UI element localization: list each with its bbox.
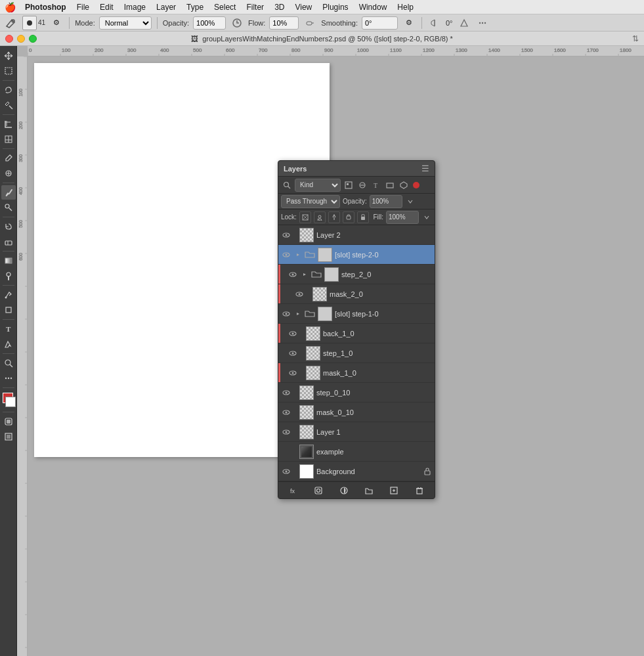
brush-tool[interactable] <box>1 185 16 200</box>
zoom-tool[interactable] <box>1 356 16 370</box>
opacity-input[interactable] <box>193 16 226 30</box>
opacity-value-input[interactable] <box>370 195 402 208</box>
extra-options-icon[interactable] <box>475 16 490 30</box>
layer-row-example[interactable]: example <box>278 442 435 462</box>
layers-panel-menu-icon[interactable]: ☰ <box>421 164 429 173</box>
menu-file[interactable]: File <box>72 0 95 14</box>
maximize-button[interactable] <box>29 35 37 43</box>
lock-artboards[interactable] <box>343 211 354 223</box>
mode-select[interactable]: Normal <box>99 16 152 30</box>
quick-mask-icon[interactable] <box>1 414 16 429</box>
foreground-background-colors[interactable] <box>1 393 16 407</box>
menu-select[interactable]: Select <box>209 0 241 14</box>
layer-row-mask_1_0[interactable]: mask_1_0 <box>278 363 435 383</box>
layer-expand-slot-step-1-0[interactable] <box>294 310 302 318</box>
clone-stamp-tool[interactable] <box>1 200 16 215</box>
eraser-tool[interactable] <box>1 234 16 249</box>
menu-window[interactable]: Window <box>354 0 393 14</box>
layer-row-background[interactable]: Background <box>278 462 435 481</box>
layer-row-layer1[interactable]: Layer 1 <box>278 422 435 442</box>
lock-all[interactable] <box>357 211 369 223</box>
shape-tool[interactable] <box>1 303 16 317</box>
collapse-button[interactable]: ⇅ <box>632 34 639 43</box>
airbrush-icon[interactable] <box>303 16 317 30</box>
smoothing-input[interactable] <box>362 16 398 30</box>
layer-visibility-mask_1_0[interactable] <box>288 368 298 378</box>
eyedropper-tool[interactable] <box>1 151 16 165</box>
create-adjustment-button[interactable] <box>337 484 351 497</box>
add-fx-button[interactable]: fx <box>287 484 300 497</box>
fill-arrow[interactable] <box>421 212 432 223</box>
apple-menu[interactable]: 🍎 <box>0 2 20 12</box>
layer-row-step_1_0[interactable]: step_1_0 <box>278 343 435 363</box>
filter-type-icon[interactable]: T <box>370 179 382 191</box>
layer-visibility-back_1_0[interactable] <box>288 328 298 339</box>
flow-input[interactable] <box>269 16 299 30</box>
layer-row-back_1_0[interactable]: back_1_0 <box>278 324 435 343</box>
layer-visibility-layer2[interactable] <box>281 230 291 240</box>
layer-visibility-step_1_0[interactable] <box>288 348 298 359</box>
opacity-arrow[interactable] <box>405 196 416 207</box>
close-button[interactable] <box>5 35 13 43</box>
more-tools[interactable] <box>1 371 16 385</box>
fill-value-input[interactable] <box>386 211 419 224</box>
layer-visibility-background[interactable] <box>281 466 291 477</box>
brush-size-preview[interactable] <box>22 16 37 30</box>
layer-visibility-mask_0_10[interactable] <box>281 407 291 418</box>
layer-row-mask_0_10[interactable]: mask_0_10 <box>278 403 435 422</box>
menu-3d[interactable]: 3D <box>269 0 290 14</box>
menu-filter[interactable]: Filter <box>241 0 269 14</box>
lock-position[interactable] <box>328 211 340 223</box>
gradient-tool[interactable] <box>1 253 16 268</box>
symmetry-icon[interactable] <box>427 16 442 30</box>
filter-shape-icon[interactable] <box>384 179 396 191</box>
layer-visibility-step_2_0[interactable] <box>288 269 298 280</box>
minimize-button[interactable] <box>17 35 25 43</box>
history-brush-tool[interactable] <box>1 219 16 234</box>
layer-visibility-mask_2_0[interactable] <box>294 289 305 299</box>
menu-plugins[interactable]: Plugins <box>317 0 353 14</box>
brush-settings-icon[interactable]: ⚙ <box>49 16 64 30</box>
layer-row-layer2[interactable]: Layer 2 <box>278 225 435 245</box>
lasso-tool[interactable] <box>1 83 16 97</box>
rectangular-marquee-tool[interactable] <box>1 64 16 78</box>
menu-view[interactable]: View <box>290 0 317 14</box>
filter-kind-select[interactable]: Kind <box>295 179 341 192</box>
layer-visibility-example[interactable] <box>281 447 291 457</box>
path-select-tool[interactable] <box>1 337 16 351</box>
layer-visibility-step_0_10[interactable] <box>281 387 291 398</box>
lock-image-pixels[interactable] <box>314 211 326 223</box>
layer-row-mask_2_0[interactable]: mask_2_0 <box>278 284 435 304</box>
pressure-icon[interactable] <box>457 16 471 30</box>
blend-mode-select[interactable]: Pass Through Normal Multiply <box>281 195 340 208</box>
create-new-layer-button[interactable] <box>387 484 400 497</box>
layer-row-slot-step-1-0[interactable]: [slot] step-1-0 <box>278 304 435 324</box>
layer-row-step_2_0[interactable]: step_2_0 <box>278 265 435 284</box>
filter-smart-object-icon[interactable] <box>398 179 410 191</box>
brush-tool-icon[interactable] <box>4 16 18 30</box>
layer-row-step_0_10[interactable]: step_0_10 <box>278 383 435 403</box>
dodge-tool[interactable] <box>1 269 16 283</box>
magic-wand-tool[interactable] <box>1 98 16 112</box>
layer-expand-slot-step-2-0[interactable] <box>294 251 302 259</box>
menu-edit[interactable]: Edit <box>95 0 119 14</box>
lock-transparent-pixels[interactable] <box>299 211 311 223</box>
opacity-pressure-icon[interactable] <box>230 16 244 30</box>
layer-visibility-layer1[interactable] <box>281 427 291 437</box>
pen-tool[interactable] <box>1 288 16 302</box>
menu-layer[interactable]: Layer <box>151 0 181 14</box>
delete-layer-button[interactable] <box>413 484 426 497</box>
slice-tool[interactable] <box>1 132 16 146</box>
menu-image[interactable]: Image <box>119 0 151 14</box>
menu-help[interactable]: Help <box>392 0 419 14</box>
filter-adjustment-icon[interactable] <box>356 179 368 191</box>
layer-row-slot-step-2-0[interactable]: [slot] step-2-0 <box>278 245 435 265</box>
create-group-button[interactable] <box>362 484 376 497</box>
crop-tool[interactable] <box>1 117 16 131</box>
screen-mode-icon[interactable] <box>1 429 16 444</box>
text-tool[interactable]: T <box>1 322 16 336</box>
layer-expand-step_2_0[interactable] <box>301 271 309 278</box>
smoothing-settings-icon[interactable]: ⚙ <box>402 16 416 30</box>
add-mask-button[interactable] <box>312 484 325 497</box>
move-tool[interactable] <box>1 49 16 63</box>
